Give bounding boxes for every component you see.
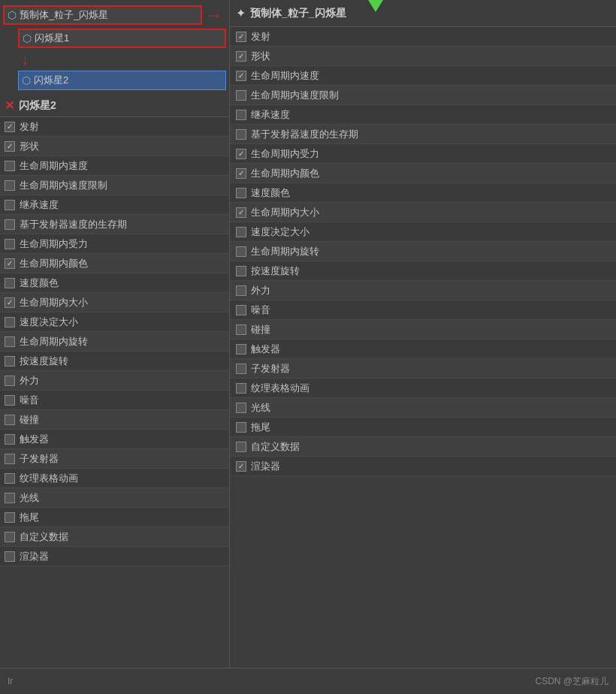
right-prop-row[interactable]: 发射: [230, 27, 616, 47]
right-checkbox-18[interactable]: [236, 383, 246, 394]
left-checkbox-19[interactable]: [5, 493, 15, 503]
left-checkbox-0[interactable]: [5, 122, 15, 132]
right-prop-row[interactable]: 渲染器: [230, 457, 616, 476]
left-prop-row[interactable]: 自定义数据: [0, 527, 229, 547]
left-checkbox-4[interactable]: [5, 200, 15, 210]
right-prop-row[interactable]: 速度决定大小: [230, 222, 616, 242]
right-prop-row[interactable]: 生命周期内速度: [230, 66, 616, 86]
left-prop-row[interactable]: 光线: [0, 488, 229, 508]
left-checkbox-9[interactable]: [5, 297, 15, 308]
left-prop-label-19: 光线: [20, 491, 39, 505]
right-prop-row[interactable]: 基于发射器速度的生存期: [230, 125, 616, 144]
right-checkbox-16[interactable]: [236, 344, 246, 355]
left-prop-row[interactable]: 渲染器: [0, 547, 229, 566]
right-prop-row[interactable]: 噪音: [230, 300, 616, 320]
right-checkbox-19[interactable]: [236, 403, 246, 413]
right-prop-row[interactable]: 光线: [230, 398, 616, 418]
left-prop-row[interactable]: 发射: [0, 117, 229, 137]
left-checkbox-14[interactable]: [5, 395, 15, 406]
right-prop-row[interactable]: 碰撞: [230, 320, 616, 339]
left-checkbox-10[interactable]: [5, 317, 15, 327]
left-panel: ⬡ 预制体_粒子_闪烁星 → ⬡ 闪烁星1 ↓: [0, 0, 230, 668]
tree-child2-label: 闪烁星2: [34, 74, 68, 87]
right-checkbox-13[interactable]: [236, 285, 246, 296]
left-checkbox-5[interactable]: [5, 219, 15, 230]
right-checkbox-20[interactable]: [236, 422, 246, 433]
left-checkbox-11[interactable]: [5, 336, 15, 347]
left-prop-row[interactable]: 生命周期内旋转: [0, 332, 229, 352]
right-checkbox-15[interactable]: [236, 324, 246, 335]
right-prop-row[interactable]: 按速度旋转: [230, 261, 616, 281]
right-prop-row[interactable]: 形状: [230, 47, 616, 66]
right-prop-row[interactable]: 生命周期内受力: [230, 144, 616, 164]
right-prop-label-18: 纹理表格动画: [251, 382, 310, 395]
left-checkbox-15[interactable]: [5, 415, 15, 425]
left-prop-row[interactable]: 形状: [0, 137, 229, 156]
right-prop-row[interactable]: 自定义数据: [230, 437, 616, 457]
left-prop-row[interactable]: 碰撞: [0, 410, 229, 430]
left-checkbox-8[interactable]: [5, 278, 15, 288]
right-prop-row[interactable]: 生命周期内颜色: [230, 164, 616, 183]
right-checkbox-11[interactable]: [236, 246, 246, 257]
left-prop-row[interactable]: 拖尾: [0, 508, 229, 527]
left-prop-row[interactable]: 生命周期内颜色: [0, 254, 229, 273]
right-checkbox-3[interactable]: [236, 90, 246, 101]
left-checkbox-16[interactable]: [5, 434, 15, 445]
left-checkbox-12[interactable]: [5, 356, 15, 367]
right-checkbox-8[interactable]: [236, 188, 246, 198]
right-checkbox-17[interactable]: [236, 364, 246, 374]
right-checkbox-4[interactable]: [236, 110, 246, 120]
left-prop-row[interactable]: 触发器: [0, 430, 229, 449]
left-checkbox-3[interactable]: [5, 180, 15, 191]
tree-item-child1[interactable]: ⬡ 闪烁星1: [18, 29, 226, 48]
left-prop-row[interactable]: 噪音: [0, 391, 229, 410]
right-prop-row[interactable]: 外力: [230, 281, 616, 300]
left-checkbox-2[interactable]: [5, 161, 15, 171]
left-prop-row[interactable]: 按速度旋转: [0, 352, 229, 371]
left-checkbox-17[interactable]: [5, 454, 15, 464]
right-prop-row[interactable]: 速度颜色: [230, 183, 616, 203]
right-checkbox-2[interactable]: [236, 71, 246, 81]
left-prop-row[interactable]: 生命周期内受力: [0, 234, 229, 254]
left-prop-row[interactable]: 生命周期内速度限制: [0, 176, 229, 195]
left-prop-row[interactable]: 继承速度: [0, 195, 229, 215]
left-prop-row[interactable]: 子发射器: [0, 449, 229, 469]
right-checkbox-10[interactable]: [236, 227, 246, 237]
left-prop-row[interactable]: 速度颜色: [0, 273, 229, 293]
right-checkbox-12[interactable]: [236, 266, 246, 276]
right-prop-row[interactable]: 纹理表格动画: [230, 379, 616, 398]
right-prop-row[interactable]: 生命周期内旋转: [230, 242, 616, 261]
right-checkbox-14[interactable]: [236, 305, 246, 315]
left-prop-row[interactable]: 基于发射器速度的生存期: [0, 215, 229, 234]
left-checkbox-1[interactable]: [5, 141, 15, 152]
left-checkbox-20[interactable]: [5, 512, 15, 523]
left-checkbox-21[interactable]: [5, 532, 15, 542]
left-prop-row[interactable]: 纹理表格动画: [0, 469, 229, 488]
left-checkbox-7[interactable]: [5, 258, 15, 269]
tree-item-root[interactable]: ⬡ 预制体_粒子_闪烁星: [3, 5, 202, 25]
right-checkbox-21[interactable]: [236, 442, 246, 452]
right-checkbox-5[interactable]: [236, 129, 246, 140]
left-checkbox-18[interactable]: [5, 473, 15, 484]
right-checkbox-0[interactable]: [236, 32, 246, 42]
left-prop-row[interactable]: 速度决定大小: [0, 312, 229, 332]
right-prop-row[interactable]: 继承速度: [230, 105, 616, 125]
right-checkbox-6[interactable]: [236, 149, 246, 159]
right-checkbox-1[interactable]: [236, 51, 246, 62]
left-checkbox-6[interactable]: [5, 239, 15, 249]
tree-item-child2[interactable]: ⬡ 闪烁星2: [18, 71, 226, 90]
left-checkbox-22[interactable]: [5, 551, 15, 562]
section-header: ✕ 闪烁星2: [0, 95, 229, 117]
right-prop-row[interactable]: 拖尾: [230, 418, 616, 437]
right-prop-row[interactable]: 触发器: [230, 339, 616, 359]
left-prop-row[interactable]: 生命周期内大小: [0, 293, 229, 312]
left-prop-row[interactable]: 外力: [0, 371, 229, 391]
right-checkbox-9[interactable]: [236, 207, 246, 218]
right-checkbox-7[interactable]: [236, 168, 246, 179]
right-prop-row[interactable]: 生命周期内速度限制: [230, 86, 616, 105]
right-checkbox-22[interactable]: [236, 461, 246, 472]
left-prop-row[interactable]: 生命周期内速度: [0, 156, 229, 176]
left-checkbox-13[interactable]: [5, 376, 15, 386]
right-prop-row[interactable]: 生命周期内大小: [230, 203, 616, 222]
right-prop-row[interactable]: 子发射器: [230, 359, 616, 379]
